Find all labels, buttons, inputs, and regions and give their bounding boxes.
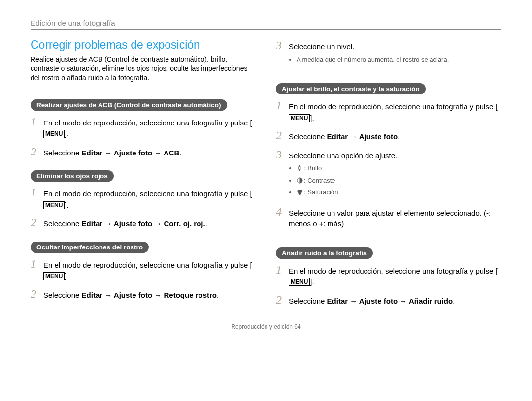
menu-button-label: MENU	[43, 130, 65, 138]
step-number: 1	[31, 186, 43, 198]
section-heading-noise: Añadir ruido a la fotografía	[276, 247, 373, 259]
step-number: 2	[31, 216, 43, 228]
step-number: 3	[276, 149, 289, 160]
menu-path: Editar → Ajuste foto → ACB	[82, 149, 180, 157]
step-number: 2	[31, 288, 43, 300]
step-text: En el modo de reproducción, seleccione u…	[289, 101, 501, 123]
step-pre: En el modo de reproducción, seleccione u…	[289, 102, 498, 111]
step-post: ].	[65, 201, 68, 209]
step-content: Seleccione una opción de ajuste.	[289, 152, 397, 160]
breadcrumb: Edición de una fotografía	[31, 19, 501, 30]
step-post: ].	[310, 278, 314, 286]
step-pre: En el modo de reproducción, seleccione u…	[289, 267, 498, 275]
step-number: 3	[276, 39, 289, 51]
option-label: : Saturación	[304, 188, 338, 196]
page-footer: Reproducción y edición 64	[31, 323, 501, 330]
svg-point-12	[299, 192, 301, 195]
svg-line-6	[301, 170, 302, 170]
step-pre: Seleccione	[43, 291, 82, 299]
step-text: Seleccione Editar → Ajuste foto.	[289, 131, 399, 143]
step-text: Seleccione Editar → Ajuste foto → ACB.	[43, 148, 182, 159]
menu-path: Editar → Ajuste foto → Retoque rostro	[82, 291, 217, 299]
svg-line-5	[298, 166, 298, 166]
menu-button-label: MENU	[289, 114, 310, 122]
step-post: .	[205, 219, 207, 228]
sub-bullet: A medida que el número aumenta, el rostr…	[297, 55, 449, 64]
step-post: .	[179, 149, 181, 157]
svg-point-0	[299, 167, 301, 170]
step-post: .	[453, 297, 455, 305]
step-text: Seleccione Editar → Ajuste foto → Añadir…	[289, 296, 455, 307]
contrast-icon	[297, 177, 303, 186]
step-post: ].	[310, 114, 314, 122]
menu-path: Editar → Ajuste foto → Corr. oj. roj.	[82, 219, 205, 228]
step-post: ].	[65, 272, 68, 280]
step-post: .	[398, 132, 399, 141]
step-text: Seleccione Editar → Ajuste foto → Corr. …	[43, 218, 207, 230]
menu-button-label: MENU	[289, 278, 310, 286]
step-post: ].	[65, 129, 68, 138]
section-heading-acb: Realizar ajustes de ACB (Control de cont…	[31, 99, 227, 111]
step-text: Seleccione una opción de ajuste. : Brill…	[289, 151, 397, 200]
step-pre: Seleccione	[43, 149, 82, 157]
svg-line-8	[301, 166, 302, 166]
menu-path: Editar → Ajuste foto → Añadir ruido	[327, 297, 453, 305]
step-text: En el modo de reproducción, seleccione u…	[289, 266, 501, 288]
step-number: 1	[31, 116, 43, 127]
step-pre: Seleccione	[289, 132, 327, 141]
saturation-icon	[297, 188, 303, 198]
step-number: 1	[31, 258, 43, 270]
option-label: : Contraste	[304, 177, 335, 184]
step-pre: En el modo de reproducción, seleccione u…	[43, 189, 252, 198]
intro-text: Realice ajustes de ACB (Control de contr…	[31, 55, 256, 83]
step-number: 2	[276, 294, 289, 306]
step-text: Seleccione un nivel. A medida que el núm…	[289, 41, 449, 65]
section-heading-face: Ocultar imperfecciones del rostro	[31, 242, 149, 253]
step-number: 1	[276, 264, 289, 276]
option-contrast: : Contraste	[297, 176, 397, 186]
right-column: 3 Seleccione un nivel. A medida que el n…	[276, 38, 501, 315]
left-column: Corregir problemas de exposición Realice…	[31, 38, 256, 315]
menu-path: Editar → Ajuste foto	[327, 132, 398, 141]
option-label: : Brillo	[304, 164, 322, 172]
step-text: Seleccione Editar → Ajuste foto → Retoqu…	[43, 290, 219, 301]
step-text: En el modo de reproducción, seleccione u…	[43, 188, 256, 211]
step-pre: En el modo de reproducción, seleccione u…	[43, 119, 252, 127]
step-text: Seleccione un valor para ajustar el elem…	[289, 208, 501, 230]
option-brightness: : Brillo	[297, 163, 397, 174]
step-text: En el modo de reproducción, seleccione u…	[43, 260, 256, 282]
section-heading-bcs: Ajustar el brillo, el contraste y la sat…	[276, 83, 426, 94]
menu-button-label: MENU	[43, 272, 65, 280]
section-heading-redeye: Eliminar los ojos rojos	[31, 170, 114, 182]
step-text: En el modo de reproducción, seleccione u…	[43, 118, 256, 140]
page-title: Corregir problemas de exposición	[31, 38, 256, 52]
step-content: Seleccione un nivel.	[289, 42, 354, 51]
brightness-icon	[297, 164, 303, 174]
step-number: 2	[31, 146, 43, 157]
step-pre: Seleccione	[43, 219, 82, 228]
option-saturation: : Saturación	[297, 187, 397, 198]
svg-line-7	[298, 170, 298, 170]
step-pre: En el modo de reproducción, seleccione u…	[43, 261, 252, 269]
step-pre: Seleccione	[289, 297, 327, 305]
step-number: 1	[276, 99, 289, 111]
step-number: 2	[276, 129, 289, 141]
step-post: .	[217, 291, 219, 299]
step-number: 4	[276, 206, 289, 217]
menu-button-label: MENU	[43, 201, 65, 209]
